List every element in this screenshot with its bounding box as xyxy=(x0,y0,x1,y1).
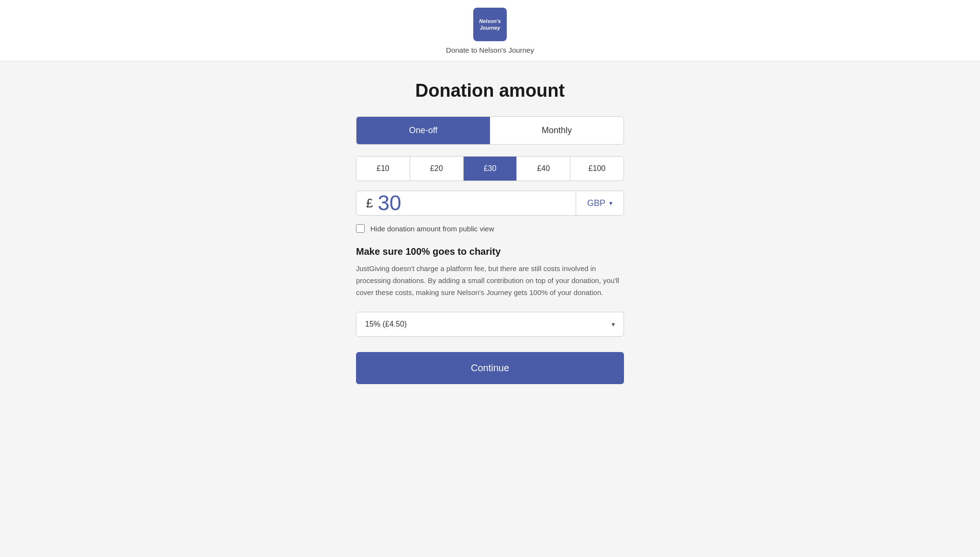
header-subtitle: Donate to Nelson's Journey xyxy=(446,46,534,54)
currency-dropdown-arrow: ▾ xyxy=(609,199,612,207)
amount-input-wrapper: £ xyxy=(356,191,576,215)
continue-button[interactable]: Continue xyxy=(356,352,624,384)
amount-btn-100[interactable]: £100 xyxy=(570,157,624,181)
currency-label: GBP xyxy=(587,198,605,208)
page-header: Nelson's Journey Donate to Nelson's Jour… xyxy=(0,0,980,61)
page-title: Donation amount xyxy=(356,80,624,101)
logo: Nelson's Journey xyxy=(473,8,507,41)
charity-description: JustGiving doesn't charge a platform fee… xyxy=(356,263,624,298)
one-off-tab[interactable]: One-off xyxy=(356,117,490,144)
hide-amount-label: Hide donation amount from public view xyxy=(370,225,494,233)
tip-dropdown-arrow: ▾ xyxy=(612,320,615,328)
amount-button-group: £10 £20 £30 £40 £100 xyxy=(356,156,624,181)
amount-input[interactable] xyxy=(378,191,566,215)
charity-section: Make sure 100% goes to charity JustGivin… xyxy=(356,246,624,298)
pound-symbol: £ xyxy=(366,196,373,211)
hide-amount-checkbox[interactable] xyxy=(356,224,365,233)
charity-heading: Make sure 100% goes to charity xyxy=(356,246,624,257)
monthly-tab[interactable]: Monthly xyxy=(490,117,624,144)
tip-dropdown[interactable]: 15% (£4.50) ▾ xyxy=(356,312,624,337)
amount-btn-10[interactable]: £10 xyxy=(356,157,410,181)
hide-amount-row: Hide donation amount from public view xyxy=(356,224,624,233)
frequency-toggle: One-off Monthly xyxy=(356,116,624,145)
currency-dropdown[interactable]: GBP ▾ xyxy=(576,191,624,215)
tip-label: 15% (£4.50) xyxy=(365,320,407,329)
amount-input-row: £ GBP ▾ xyxy=(356,191,624,216)
logo-text: Nelson's Journey xyxy=(479,18,501,32)
main-content: Donation amount One-off Monthly £10 £20 … xyxy=(346,61,634,413)
amount-btn-30[interactable]: £30 xyxy=(464,157,517,181)
amount-btn-20[interactable]: £20 xyxy=(410,157,464,181)
amount-btn-40[interactable]: £40 xyxy=(517,157,570,181)
